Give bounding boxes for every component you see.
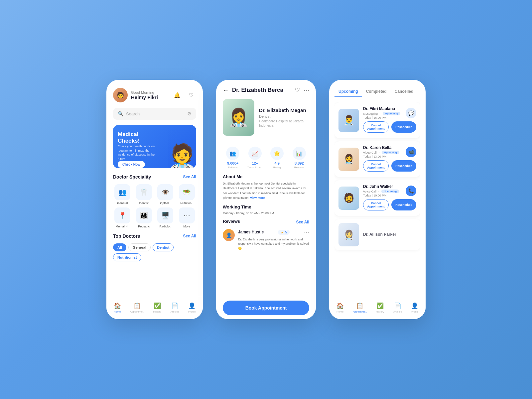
p3-appointments-icon: 📋 <box>356 302 363 310</box>
nav-appointments[interactable]: 📋 Appointme.. <box>130 302 144 313</box>
doc1-type: Mesagging <box>363 112 378 115</box>
speciality-section-header: Doctor Speciality See All <box>113 174 196 180</box>
nav-profile[interactable]: 👤 Profile <box>188 302 196 313</box>
more-icon: ⋯ <box>179 207 195 223</box>
tab-nutritionist[interactable]: Nutritionist <box>113 253 141 261</box>
doc3-type: Voice Call <box>363 190 376 193</box>
favorite-button[interactable]: ♡ <box>295 86 300 94</box>
working-time-value: Monday - Friday, 08.00 AM - 20.00 PM <box>223 211 309 215</box>
doc2-type: Video Call <box>363 151 377 154</box>
spec-mental[interactable]: 📍 Mental H.. <box>113 207 132 228</box>
appointment-tabs: Upcoming Completed Cancelled <box>334 86 420 97</box>
filter-icon[interactable]: ⚙ <box>187 111 192 116</box>
doc1-badge: Upcoming <box>383 112 400 115</box>
stat-patients: 👥 9.000+ Patients <box>223 147 243 169</box>
spec-pediatric[interactable]: 👨‍👩‍👧 Pediatric <box>135 207 154 228</box>
reschedule-appt3-button[interactable]: Reschedule <box>391 199 416 210</box>
review-more-icon[interactable]: ⋯ <box>304 229 309 235</box>
cancel-appt3-button[interactable]: Cancel Appoinment <box>363 199 389 210</box>
check-now-button[interactable]: Check Now <box>118 161 145 168</box>
p1-header: 🧑 Good Morning Helmy Fikri 🔔 ♡ <box>113 88 196 102</box>
doc1-action-icon[interactable]: 💬 <box>406 108 416 118</box>
opthal-icon: 👁️ <box>157 184 173 200</box>
appt1-buttons: Cancel Appoinment Reschedule <box>363 121 416 133</box>
p3-nav-profile[interactable]: 👤 Profile <box>411 302 419 313</box>
view-more-link[interactable]: view more <box>250 196 265 200</box>
reschedule-appt1-button[interactable]: Reschedule <box>391 121 416 133</box>
review-card: 👤 James Hustle ★ 5 ⋯ Dr. Elizabeth is ve… <box>223 229 309 251</box>
spec-dentist[interactable]: 🦷 Dentist <box>135 184 154 205</box>
nav-home[interactable]: 🏠 Home <box>114 302 121 313</box>
tab-cancelled[interactable]: Cancelled <box>391 86 418 97</box>
more-options-icon[interactable]: ⋯ <box>303 86 309 94</box>
appointment-card-3: 🧔 Dr. John Walker Voice Call - Upcoming <box>334 180 420 216</box>
patients-value: 9.000+ <box>227 161 238 165</box>
p3-nav-home-label: Home <box>336 310 343 313</box>
cancel-appt2-button[interactable]: Cancel Appoinment <box>363 160 389 172</box>
cancel-appt1-button[interactable]: Cancel Appoinment <box>363 121 389 133</box>
spec-more[interactable]: ⋯ More <box>178 207 197 228</box>
nutrition-icon: 🥗 <box>179 184 195 200</box>
tab-all[interactable]: All <box>113 243 126 251</box>
doctor-specialty: Dentist <box>259 114 309 118</box>
doctor-card: 👩‍⚕️ Dr. Elizabeth Megan Dentist Healthc… <box>223 99 309 141</box>
working-time-section: Working Time Monday - Friday, 08.00 AM -… <box>223 204 309 215</box>
p3-nav-home[interactable]: 🏠 Home <box>336 302 344 313</box>
p3-home-icon: 🏠 <box>336 302 344 310</box>
about-section: About Me Dr. Elizabeth Megan is the top … <box>223 174 309 200</box>
doc4-name: Dr. Allison Parker <box>363 232 416 237</box>
star-icon: ★ <box>281 230 284 234</box>
reviews-value: 8.892 <box>295 161 304 165</box>
favorite-icon[interactable]: ♡ <box>186 90 196 100</box>
notification-icon[interactable]: 🔔 <box>172 90 182 100</box>
book-appointment-button[interactable]: Book Appointment <box>223 301 309 315</box>
nav-articles[interactable]: 📄 Articles <box>170 302 179 313</box>
reviews-section: Reviews See All 👤 James Hustle ★ 5 ⋯ <box>223 219 309 251</box>
experience-label: Years Exper.. <box>247 166 263 169</box>
rating-number: 5 <box>285 230 287 234</box>
appt3-details: Dr. John Walker Voice Call - Upcoming To… <box>363 184 416 212</box>
doctor-page-title: Dr. Elizabeth Berca <box>232 87 291 93</box>
spec-nutrition[interactable]: 🥗 Nutrition.. <box>178 184 197 205</box>
reviews-see-all[interactable]: See All <box>296 220 309 224</box>
experience-icon: 📈 <box>248 147 262 160</box>
spec-radiology[interactable]: 🖥️ Radiolo.. <box>156 207 175 228</box>
nutrition-label: Nutrition.. <box>180 201 193 205</box>
spec-general[interactable]: 👥 General <box>113 184 132 205</box>
reviewer-rating: ★ 5 <box>278 230 290 235</box>
spec-opthal[interactable]: 👁️ Opthal.. <box>156 184 175 205</box>
reschedule-appt2-button[interactable]: Reschedule <box>391 160 416 172</box>
p3-articles-icon: 📄 <box>394 302 401 310</box>
p3-nav-history[interactable]: ✅ History <box>376 302 384 313</box>
search-bar[interactable]: 🔍 Search ⚙ <box>113 108 196 120</box>
speciality-see-all[interactable]: See All <box>183 175 196 179</box>
profile-icon: 👤 <box>188 302 196 310</box>
doc3-action-icon[interactable]: 📞 <box>406 186 416 196</box>
p3-bottom-nav: 🏠 Home 📋 Appointme.. ✅ History 📄 Article… <box>329 296 426 319</box>
p3-nav-appointments[interactable]: 📋 Appointme.. <box>353 302 367 313</box>
appointment-card-2: 👩‍⚕️ Dr. Karen Bella Video Call - Upcomi… <box>334 141 420 177</box>
doc3-name: Dr. John Walker <box>363 184 399 189</box>
user-name: Helmy Fikri <box>131 94 169 100</box>
radiology-label: Radiolo.. <box>159 225 171 228</box>
nav-history[interactable]: ✅ History <box>153 302 161 313</box>
more-label: More <box>183 225 190 228</box>
doctor-stats: 👥 9.000+ Patients 📈 12+ Years Exper.. ⭐ … <box>223 147 309 169</box>
doctor-hospital: Healthcare Hospital at Jakarta, Indonesi… <box>259 119 309 128</box>
top-doctors-see-all[interactable]: See All <box>183 234 196 238</box>
phone-home: 🧑 Good Morning Helmy Fikri 🔔 ♡ 🔍 Search … <box>106 80 203 319</box>
pediatric-label: Pediatric <box>138 225 150 228</box>
tab-dentist[interactable]: Dentist <box>153 243 174 251</box>
appointment-card-4: 👩‍⚕️ Dr. Allison Parker <box>334 219 420 250</box>
doc2-action-icon[interactable]: 📹 <box>406 147 416 157</box>
phone-doctor-detail: ← Dr. Elizabeth Berca ♡ ⋯ 👩‍⚕️ Dr. Eliza… <box>216 80 316 319</box>
nav-profile-label: Profile <box>188 310 196 313</box>
tab-upcoming[interactable]: Upcoming <box>334 86 362 97</box>
tab-general[interactable]: General <box>128 243 151 251</box>
search-icon: 🔍 <box>118 111 123 116</box>
p3-nav-articles-label: Articles <box>393 310 402 313</box>
about-text: Dr. Elizabeth Megan is the top most Dent… <box>223 181 309 200</box>
tab-completed[interactable]: Completed <box>362 86 391 97</box>
back-button[interactable]: ← <box>223 87 229 94</box>
p3-nav-articles[interactable]: 📄 Articles <box>393 302 402 313</box>
